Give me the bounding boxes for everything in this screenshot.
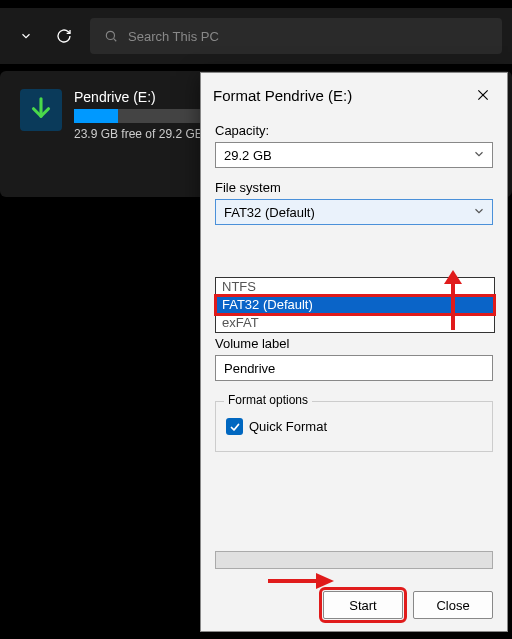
refresh-button[interactable] [48, 16, 80, 56]
start-button[interactable]: Start [323, 591, 403, 619]
volume-label-input[interactable]: Pendrive [215, 355, 493, 381]
back-button[interactable] [10, 16, 42, 56]
quick-format-label: Quick Format [249, 419, 327, 434]
fs-option-ntfs[interactable]: NTFS [216, 278, 494, 296]
explorer-toolbar: Search This PC [0, 8, 512, 65]
volume-label-value: Pendrive [224, 361, 275, 376]
search-placeholder: Search This PC [128, 29, 219, 44]
search-icon [104, 29, 118, 43]
format-options-group: Format options Quick Format [215, 401, 493, 452]
filesystem-select[interactable]: FAT32 (Default) [215, 199, 493, 225]
svg-line-1 [114, 39, 117, 42]
filesystem-value: FAT32 (Default) [224, 205, 315, 220]
filesystem-label: File system [215, 180, 493, 195]
chevron-down-icon [472, 204, 486, 218]
quick-format-checkbox[interactable] [226, 418, 243, 435]
pendrive-icon[interactable] [20, 89, 62, 131]
format-progress [215, 551, 493, 569]
dialog-footer: Start Close [201, 579, 507, 631]
format-options-caption: Format options [224, 393, 312, 407]
close-icon[interactable] [471, 83, 495, 107]
close-button[interactable]: Close [413, 591, 493, 619]
svg-point-0 [106, 31, 114, 39]
format-dialog: Format Pendrive (E:) Capacity: 29.2 GB F… [200, 72, 508, 632]
capacity-value: 29.2 GB [224, 148, 272, 163]
capacity-select[interactable]: 29.2 GB [215, 142, 493, 168]
volume-label-caption: Volume label [215, 336, 493, 351]
capacity-label: Capacity: [215, 123, 493, 138]
fs-option-fat32[interactable]: FAT32 (Default) [216, 296, 494, 314]
fs-option-exfat[interactable]: exFAT [216, 314, 494, 332]
search-box[interactable]: Search This PC [90, 18, 502, 54]
dialog-title: Format Pendrive (E:) [213, 87, 352, 104]
chevron-down-icon [472, 147, 486, 161]
filesystem-dropdown: NTFS FAT32 (Default) exFAT [215, 277, 495, 333]
